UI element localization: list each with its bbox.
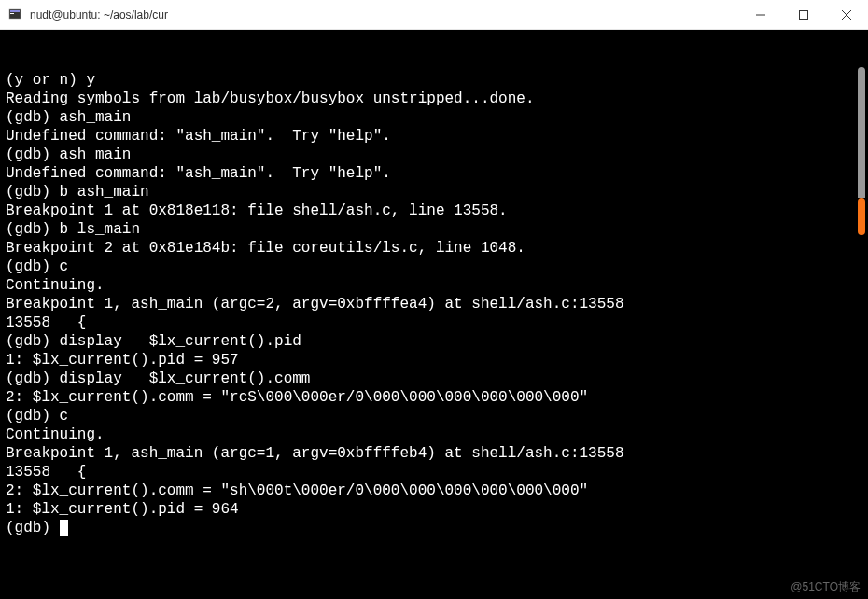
- terminal[interactable]: (y or n) yReading symbols from lab/busyb…: [0, 30, 868, 599]
- terminal-line: Continuing.: [6, 276, 862, 295]
- terminal-line: 2: $lx_current().comm = "sh\000t\000er/0…: [6, 481, 862, 500]
- svg-rect-1: [10, 10, 20, 12]
- terminal-line: Undefined command: "ash_main". Try "help…: [6, 164, 862, 183]
- terminal-line: (gdb): [6, 519, 862, 537]
- terminal-line: (gdb) ash_main: [6, 146, 862, 164]
- terminal-line: (gdb) display $lx_current().comm: [6, 369, 862, 388]
- terminal-line: 2: $lx_current().comm = "rcS\000\000er/0…: [6, 388, 862, 407]
- terminal-line: (y or n) y: [6, 71, 862, 90]
- app-icon: [7, 7, 22, 22]
- terminal-line: 1: $lx_current().pid = 957: [6, 351, 862, 369]
- maximize-button[interactable]: [782, 0, 825, 29]
- terminal-line: (gdb) c: [6, 407, 862, 425]
- terminal-cursor: [60, 520, 68, 536]
- svg-rect-4: [800, 10, 808, 19]
- terminal-line: Undefined command: "ash_main". Try "help…: [6, 127, 862, 146]
- close-button[interactable]: [825, 0, 868, 29]
- terminal-line: Continuing.: [6, 425, 862, 444]
- terminal-line: Breakpoint 1 at 0x818e118: file shell/as…: [6, 202, 862, 220]
- terminal-line: (gdb) display $lx_current().pid: [6, 332, 862, 351]
- terminal-line: 1: $lx_current().pid = 964: [6, 500, 862, 519]
- terminal-line: Breakpoint 2 at 0x81e184b: file coreutil…: [6, 239, 862, 258]
- minimize-button[interactable]: [739, 0, 782, 29]
- svg-rect-2: [10, 13, 14, 14]
- terminal-line: 13558 {: [6, 313, 862, 332]
- terminal-line: Breakpoint 1, ash_main (argc=1, argv=0xb…: [6, 444, 862, 463]
- window-controls: [739, 0, 868, 29]
- terminal-line: (gdb) b ash_main: [6, 183, 862, 202]
- terminal-line: 13558 {: [6, 463, 862, 481]
- scrollbar-track-segment: [858, 67, 865, 198]
- titlebar: nudt@ubuntu: ~/aos/lab/cur: [0, 0, 868, 30]
- terminal-line: (gdb) ash_main: [6, 108, 862, 127]
- terminal-line: (gdb) b ls_main: [6, 220, 862, 239]
- watermark: @51CTO博客: [791, 579, 861, 595]
- terminal-line: Breakpoint 1, ash_main (argc=2, argv=0xb…: [6, 295, 862, 313]
- window-title: nudt@ubuntu: ~/aos/lab/cur: [30, 8, 739, 21]
- terminal-line: Reading symbols from lab/busybox/busybox…: [6, 90, 862, 108]
- scrollbar-thumb[interactable]: [858, 198, 865, 235]
- terminal-line: (gdb) c: [6, 258, 862, 276]
